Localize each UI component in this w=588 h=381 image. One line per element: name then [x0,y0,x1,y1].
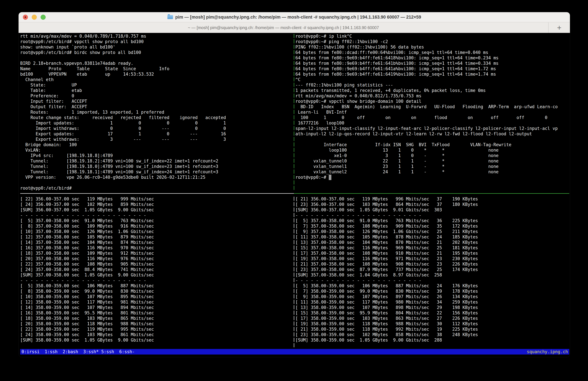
terminal-cursor [329,175,331,180]
pane-bottom-right[interactable]: [ 21] 356.00-357.00 sec 119 MBytes 996 M… [295,196,478,343]
close-button[interactable] [23,15,28,20]
terminal-tab[interactable]: ~ — [mosh] pim@squanchy.ipng.ch: /home/p… [19,22,548,33]
window-titlebar: pim — [mosh] pim@squanchy.ipng.ch: /home… [19,12,570,22]
traffic-lights [23,12,46,22]
window-title: pim — [mosh] pim@squanchy.ipng.ch: /home… [168,15,421,20]
tmux-session: rtt min/avg/max/mdev = 0.040/0.789/1.718… [20,34,569,357]
pane-divider-horizontal-left [20,193,294,194]
pane-divider-horizontal-right [294,193,569,194]
window-title-text: pim — [mosh] pim@squanchy.ipng.ch: /home… [175,15,421,20]
tmux-hostname: squanchy.ipng.ch [527,349,568,355]
terminal-window: pim — [mosh] pim@squanchy.ipng.ch: /home… [19,12,570,357]
pane-divider-vertical-top [294,34,294,191]
pane-bottom-left[interactable]: [ 22] 356.00-357.00 sec 119 MBytes 999 M… [20,196,154,343]
new-tab-button[interactable]: + [548,22,570,33]
minimize-button[interactable] [32,15,37,20]
folder-icon [168,15,173,19]
pane-top-right[interactable]: root@vpp0:~# ip link^C root@vpp0:~# ping… [295,34,558,180]
pane-top-left[interactable]: rtt min/avg/max/mdev = 0.040/0.789/1.718… [20,34,226,191]
tab-title: ~ — [mosh] pim@squanchy.ipng.ch: /home/p… [188,25,379,30]
zoom-button[interactable] [41,15,46,20]
pane-divider-vertical-bottom [294,197,294,348]
plus-icon: + [557,23,562,32]
tmux-status-bar: 0:irssi 1:ssh 2:bash 3:ssh* 5:ssh 6:ssh-… [20,349,569,355]
terminal-content: rtt min/avg/max/mdev = 0.040/0.789/1.718… [19,33,570,357]
tab-bar: ~ — [mosh] pim@squanchy.ipng.ch: /home/p… [19,22,570,33]
tmux-window-list[interactable]: 0:irssi 1:ssh 2:bash 3:ssh* 5:ssh 6:ssh- [21,349,135,355]
